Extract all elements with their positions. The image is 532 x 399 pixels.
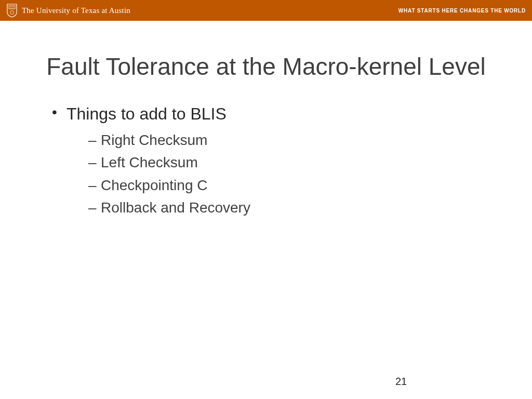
ut-seal-icon [6,3,18,18]
slide-title: Fault Tolerance at the Macro-kernel Leve… [36,52,496,82]
sub-bullet-item: Left Checksum [88,151,496,174]
sub-bullet-item: Rollback and Recovery [88,196,496,219]
sub-bullet-item: Checkpointing C [88,174,496,196]
bullet-item: Things to add to BLIS Right Checksum Lef… [52,102,496,219]
bullet-text: Things to add to BLIS [66,104,227,123]
svg-point-4 [10,11,14,15]
sub-bullet-item: Right Checksum [88,129,496,151]
page-number: 21 [0,376,532,388]
header-tagline: WHAT STARTS HERE CHANGES THE WORLD [398,8,526,14]
slide-content: Fault Tolerance at the Macro-kernel Leve… [0,21,532,219]
header-bar: The University of Texas at Austin WHAT S… [0,0,532,21]
institution-name: The University of Texas at Austin [22,6,130,15]
header-left: The University of Texas at Austin [6,3,130,18]
bullet-list: Things to add to BLIS Right Checksum Lef… [36,102,496,219]
sub-bullet-list: Right Checksum Left Checksum Checkpointi… [88,129,496,219]
